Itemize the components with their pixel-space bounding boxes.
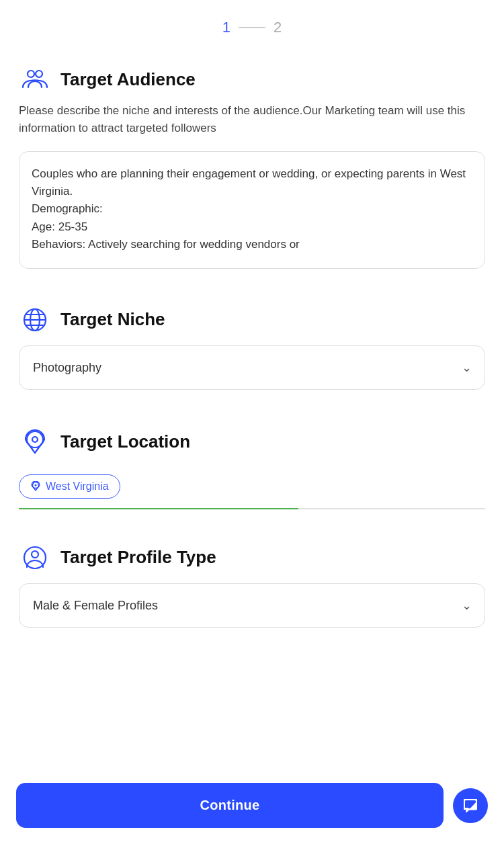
svg-point-8	[35, 484, 37, 486]
svg-point-1	[36, 71, 42, 77]
target-location-icon	[19, 426, 51, 458]
target-profile-type-title: Target Profile Type	[60, 547, 216, 568]
target-location-header: Target Location	[19, 426, 485, 458]
page-wrapper: 1 2 Target Audience Please describe the …	[0, 0, 504, 844]
target-audience-icon	[19, 63, 51, 95]
target-audience-textarea[interactable]: Couples who are planning their engagemen…	[19, 151, 485, 269]
step-line	[239, 27, 265, 28]
svg-point-0	[28, 71, 34, 77]
target-niche-dropdown[interactable]: Photography Videography Wedding Planning…	[19, 345, 485, 390]
step-total: 2	[274, 19, 282, 36]
svg-point-10	[32, 551, 38, 558]
step-indicator: 1 2	[0, 0, 504, 50]
target-niche-icon	[19, 304, 51, 336]
target-audience-header: Target Audience	[19, 63, 485, 95]
location-tag-label: West Virginia	[46, 480, 109, 493]
target-audience-title: Target Audience	[60, 69, 196, 90]
target-profile-type-header: Target Profile Type	[19, 542, 485, 574]
target-audience-section: Target Audience Please describe the nich…	[0, 50, 504, 271]
chat-button[interactable]	[453, 788, 488, 823]
step-current: 1	[222, 19, 230, 36]
target-profile-type-dropdown[interactable]: Male & Female Profiles Male Profiles Fem…	[19, 583, 485, 628]
target-profile-type-icon	[19, 542, 51, 574]
location-tag[interactable]: West Virginia	[19, 474, 120, 499]
target-profile-type-section: Target Profile Type Male & Female Profil…	[0, 528, 504, 632]
target-niche-dropdown-wrapper: Photography Videography Wedding Planning…	[19, 345, 485, 390]
target-location-section: Target Location West Virginia	[0, 413, 504, 509]
target-audience-description: Please describe the niche and interests …	[19, 102, 485, 138]
target-profile-type-dropdown-wrapper: Male & Female Profiles Male Profiles Fem…	[19, 583, 485, 628]
continue-button[interactable]: Continue	[16, 783, 444, 828]
target-niche-title: Target Niche	[60, 309, 165, 330]
svg-point-6	[32, 437, 38, 442]
target-niche-header: Target Niche	[19, 304, 485, 336]
target-location-title: Target Location	[60, 431, 190, 452]
target-niche-section: Target Niche Photography Videography Wed…	[0, 290, 504, 394]
continue-button-wrapper: Continue	[0, 772, 504, 844]
